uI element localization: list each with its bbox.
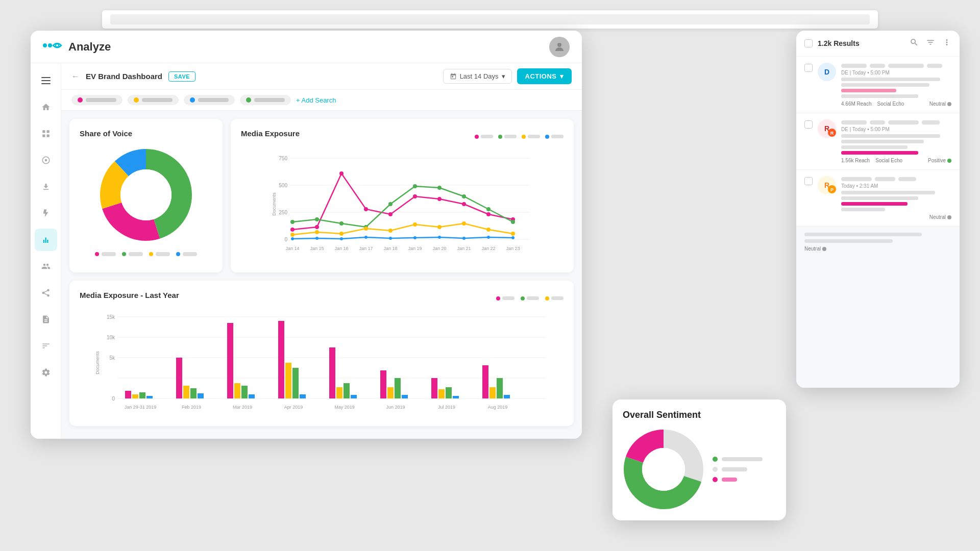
svg-rect-1 (48, 43, 52, 47)
result-line-1 (841, 78, 940, 81)
add-search-label: + Add Search (296, 96, 336, 104)
line-bar-1 (481, 135, 493, 138)
result-item-2[interactable]: R R DE | Today • 5:00 PM 1.56k Reach (796, 113, 960, 170)
actions-button[interactable]: ACTIONS ▾ (517, 68, 572, 84)
donut-legend (95, 252, 197, 256)
svg-text:5k: 5k (109, 355, 115, 361)
svg-rect-95 (278, 321, 284, 398)
date-dropdown-icon: ▾ (502, 72, 505, 80)
svg-point-59 (438, 236, 441, 239)
svg-point-30 (462, 202, 466, 206)
result-checkbox-3[interactable] (804, 177, 813, 185)
sidebar-item-home[interactable] (35, 96, 57, 118)
sidebar-item-analytics[interactable] (35, 229, 57, 251)
svg-rect-103 (380, 370, 386, 398)
right-panel-footer: Neutral (796, 227, 960, 388)
back-button[interactable]: ← (71, 72, 80, 81)
svg-rect-107 (431, 378, 437, 398)
svg-rect-91 (227, 323, 233, 398)
add-search-button[interactable]: + Add Search (296, 96, 336, 104)
charts-area: Share of Voice (61, 111, 582, 434)
date-range-button[interactable]: Last 14 Days ▾ (443, 69, 512, 84)
sidebar-item-reports[interactable] (35, 308, 57, 331)
sidebar (31, 63, 61, 439)
toolbar-right: Last 14 Days ▾ ACTIONS ▾ (443, 68, 572, 84)
url-bar[interactable] (110, 14, 870, 24)
search-icon[interactable] (910, 38, 919, 49)
media-exposure-card: Media Exposure (231, 119, 574, 272)
line-dot-2 (498, 135, 502, 139)
sidebar-item-bolt[interactable] (35, 202, 57, 224)
svg-rect-96 (285, 363, 291, 398)
sentiment-badge-footer: Neutral (804, 246, 951, 252)
sidebar-item-users[interactable] (35, 255, 57, 278)
svg-point-53 (291, 237, 294, 240)
svg-text:Jan 21: Jan 21 (457, 246, 471, 251)
bar-chart-title: Media Exposure - Last Year (80, 291, 179, 299)
results-select-all-checkbox[interactable] (804, 39, 813, 47)
svg-point-40 (462, 194, 466, 198)
sidebar-item-download[interactable] (35, 176, 57, 198)
sidebar-item-explore[interactable] (35, 149, 57, 171)
svg-point-8 (44, 159, 47, 162)
filter-icon[interactable] (926, 38, 935, 49)
svg-rect-105 (395, 378, 401, 398)
sentiment-positive-dot (713, 457, 718, 462)
line-legend-1 (475, 135, 493, 139)
media-exposure-svg: 750 500 250 0 Documents (241, 148, 564, 260)
filter-text-4 (254, 98, 285, 102)
svg-text:Documents: Documents (95, 351, 100, 374)
svg-text:May 2019: May 2019 (334, 405, 355, 410)
svg-point-46 (364, 227, 368, 231)
svg-point-25 (339, 171, 344, 176)
svg-point-39 (437, 186, 442, 190)
svg-rect-97 (292, 368, 299, 398)
filter-tag-2[interactable] (128, 95, 179, 105)
app-title: Analyze (68, 40, 111, 54)
chart-row-1: Share of Voice (69, 119, 574, 272)
sidebar-item-grid[interactable] (35, 122, 57, 145)
sentiment-neutral-bar (722, 467, 747, 471)
bar-dot-1 (496, 296, 500, 300)
svg-text:Jan 16: Jan 16 (334, 246, 348, 251)
result-item-1[interactable]: D DE | Today • 5:00 PM 4.66M Reach Socia… (796, 57, 960, 113)
filter-tag-4[interactable] (240, 95, 291, 105)
sentiment-dot-3 (947, 215, 951, 219)
result-checkbox-2[interactable] (804, 120, 813, 129)
sentiment-legend-negative (713, 477, 763, 482)
svg-point-23 (290, 228, 295, 232)
sentiment-donut-svg (623, 429, 704, 510)
app-header: Analyze (31, 31, 582, 63)
result-line-2 (841, 83, 929, 87)
toolbar-left: ← EV Brand Dashboard SAVE (71, 71, 195, 82)
more-icon[interactable] (942, 38, 951, 49)
svg-rect-110 (453, 396, 459, 398)
svg-point-29 (437, 197, 442, 201)
legend-item-3 (149, 252, 170, 256)
line-bar-2 (504, 135, 517, 138)
filter-tag-3[interactable] (184, 95, 235, 105)
sidebar-item-share[interactable] (35, 282, 57, 304)
sidebar-item-settings[interactable] (35, 361, 57, 384)
sentiment-card-title: Overall Sentiment (623, 410, 776, 420)
user-avatar[interactable] (549, 37, 570, 57)
result-highlight-1 (841, 89, 896, 92)
result-line-6 (841, 145, 908, 149)
dashboard-title: EV Brand Dashboard (86, 72, 162, 81)
legend-item-4 (176, 252, 197, 256)
svg-rect-109 (446, 387, 452, 398)
svg-rect-108 (438, 389, 445, 398)
svg-rect-106 (402, 395, 408, 398)
result-item-3[interactable]: R P Today • 2:31 AM Neutral (796, 170, 960, 227)
media-exposure-last-year-card: Media Exposure - Last Year (69, 281, 574, 426)
result-checkbox-1[interactable] (804, 64, 813, 72)
svg-point-55 (340, 237, 343, 240)
svg-text:Jan 19: Jan 19 (408, 246, 422, 251)
svg-text:Jan 17: Jan 17 (359, 246, 373, 251)
svg-text:Jan 29-31 2019: Jan 29-31 2019 (125, 405, 157, 410)
legend-item-1 (95, 252, 116, 256)
filter-tag-1[interactable] (71, 95, 122, 105)
sidebar-item-settings2[interactable] (35, 335, 57, 357)
sidebar-menu-toggle[interactable] (35, 69, 57, 92)
save-button[interactable]: SAVE (168, 71, 195, 82)
